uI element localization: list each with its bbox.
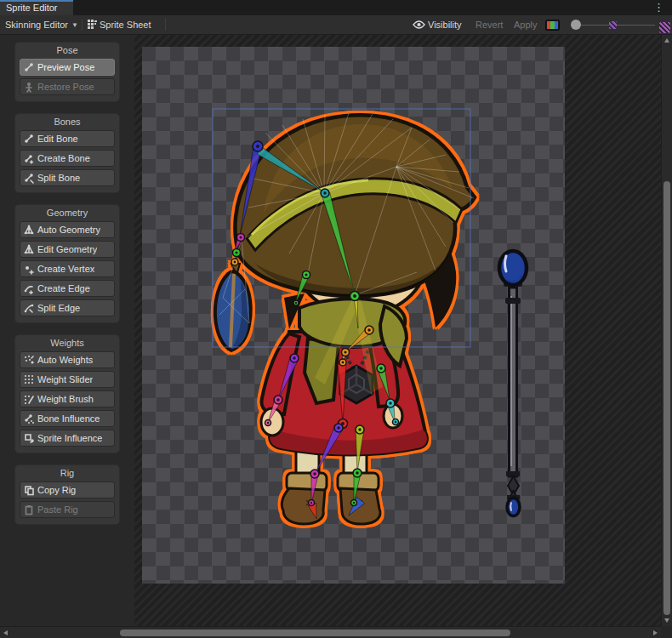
button-paste-rig[interactable]: Paste Rig [20,501,115,518]
horizontal-scrollbar[interactable] [0,626,661,638]
panel-rig: RigCopy RigPaste Rig [14,464,120,525]
bone-joint-hole [358,428,362,431]
dots-grid-icon [24,374,34,385]
eye-icon [413,20,425,29]
bone-icon [24,62,34,73]
button-weight-brush[interactable]: Weight Brush [20,390,115,407]
bone-joint-hole [367,328,371,332]
button-create-vertex[interactable]: Create Vertex [20,260,115,277]
panel-title-rig: Rig [15,465,119,481]
bone-joint-hole [356,471,359,475]
bone-dots-icon [24,413,34,424]
panel-title-geometry: Geometry [15,205,119,221]
button-create-edge[interactable]: Create Edge [20,280,115,297]
button-auto-weights[interactable]: Auto Weights [20,351,115,368]
bone-joint-hole [395,421,396,423]
dots-sparkle-icon [24,355,34,366]
sprite-sheet-button[interactable]: Sprite Sheet [88,15,151,34]
mip-texture-icon [659,22,670,33]
bone-joint-hole [313,472,316,476]
bone-joint-hole [344,350,346,353]
bone-joint-hole [234,261,236,264]
button-preview-pose[interactable]: Preview Pose [20,59,115,76]
button-auto-geometry[interactable]: Auto Geometry [20,221,115,238]
visibility-toggle[interactable]: Visibility [413,15,462,34]
person-icon [24,82,34,93]
bone-joint-hole [276,398,280,402]
zoom-slider-handle[interactable] [571,20,581,30]
button-copy-rig[interactable]: Copy Rig [20,481,115,498]
vertex-plus-icon [24,264,34,275]
mip-slider-marker[interactable] [609,21,617,29]
copy-icon [24,485,34,496]
bone-joint-hole [295,302,297,304]
button-weight-slider[interactable]: Weight Slider [20,371,115,388]
edge-plus-icon [24,283,34,294]
h-scrollbar-thumb[interactable] [120,629,510,636]
sprite-canvas[interactable] [134,35,661,626]
zoom-slider-track[interactable] [581,25,655,26]
panel-geometry: GeometryAuto GeometryEdit GeometryCreate… [14,204,120,323]
toolbar-divider [165,19,166,31]
scroll-left-arrow[interactable] [3,630,8,635]
sprite-editor-window: Sprite Editor ⋮ Skinning Editor▼ Sprite … [0,0,672,638]
scroll-right-arrow[interactable] [653,630,658,635]
blue-channel [555,21,558,29]
bone-joint-hole [379,367,383,370]
mesh-icon [24,244,34,255]
tab-strip: Sprite Editor ⋮ [0,0,672,15]
toolbar-divider [82,19,83,31]
button-split-bone[interactable]: Split Bone [20,169,115,186]
chevron-down-icon: ▼ [71,16,78,35]
panel-title-pose: Pose [15,43,119,59]
toolbar: Skinning Editor▼ Sprite Sheet Visibility… [0,15,672,35]
button-edit-bone[interactable]: Edit Bone [20,130,115,147]
paste-icon [24,504,34,516]
bone-icon [24,134,34,145]
button-restore-pose[interactable]: Restore Pose [20,78,115,95]
bone-joint-hole [256,145,259,148]
v-scrollbar-thumb[interactable] [663,181,670,615]
canvas-overlay [134,35,661,626]
vertical-scrollbar[interactable] [661,35,672,626]
bone-joint-hole [267,422,269,424]
revert-button[interactable]: Revert [476,15,503,34]
button-edit-geometry[interactable]: Edit Geometry [20,241,115,258]
bone-joint-hole [337,426,340,430]
skinning-tool-panels: PosePreview PoseRestore PoseBonesEdit Bo… [0,35,134,626]
kebab-menu-icon[interactable]: ⋮ [653,0,664,15]
mode-dropdown[interactable]: Skinning Editor▼ [5,15,78,34]
bone-joint-hole [293,356,296,360]
bone-plus-icon [24,153,34,164]
sprite-sheet-icon [88,20,97,29]
apply-button[interactable]: Apply [514,15,538,34]
bone-joint-hole [342,362,345,364]
scroll-down-arrow[interactable] [664,618,669,623]
edge-slash-icon [24,303,34,314]
mesh-icon [24,225,34,236]
staff-sprite [499,251,527,516]
scrollbar-corner [661,626,672,638]
panel-weights: WeightsAuto WeightsWeight SliderWeight B… [14,334,120,453]
sprite-editor-tab[interactable]: Sprite Editor [0,0,73,15]
button-create-bone[interactable]: Create Bone [20,150,115,167]
panel-title-bones: Bones [15,114,119,130]
panel-pose: PosePreview PoseRestore Pose [14,42,120,102]
bone-joint-hole [305,273,307,276]
button-bone-influence[interactable]: Bone Influence [20,410,115,427]
bone-joint-hole [323,191,327,195]
sprite-dots-icon [24,433,34,444]
bone-joint-hole [239,236,242,238]
bone-joint-hole [353,294,356,298]
bone-joint-hole [353,502,355,504]
panel-title-weights: Weights [15,335,119,351]
bone-joint-hole [310,502,312,504]
panel-bones: BonesEdit BoneCreate BoneSplit Bone [14,113,120,193]
rgb-swatch-button[interactable] [545,20,560,31]
button-split-edge[interactable]: Split Edge [20,299,115,316]
button-sprite-influence[interactable]: Sprite Influence [20,430,115,447]
bone-slash-icon [24,173,34,184]
scroll-up-arrow[interactable] [664,38,669,43]
dots-brush-icon [24,394,34,405]
bone-joint-hole [235,251,237,253]
